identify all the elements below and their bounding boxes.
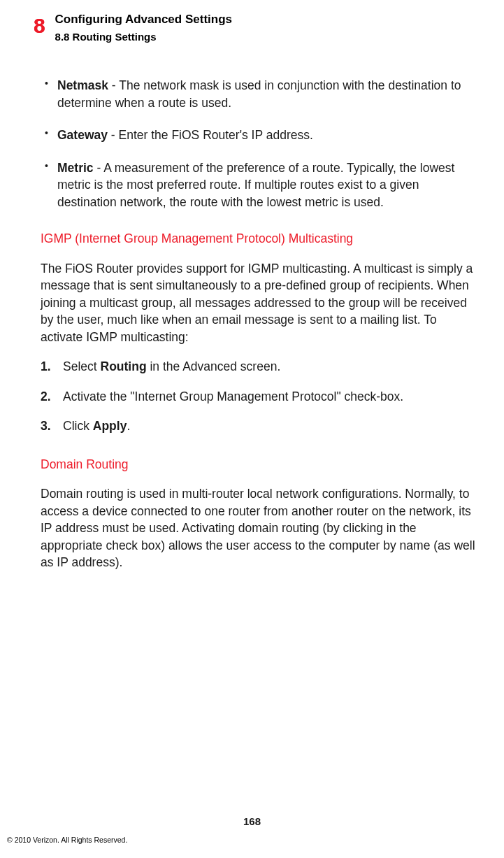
chapter-number: 8 (34, 14, 45, 37)
section-heading-domain-routing: Domain Routing (41, 456, 480, 473)
term: Gateway (57, 128, 108, 142)
list-item: Netmask - The network mask is used in co… (41, 77, 480, 111)
step-text-post: in the Advanced screen. (147, 359, 281, 373)
term-desc: - The network mask is used in conjunctio… (57, 78, 461, 110)
section-title: 8.8 Routing Settings (55, 29, 232, 44)
step-item: 3. Click Apply. (41, 417, 480, 435)
list-item: Gateway - Enter the FiOS Router's IP add… (41, 127, 480, 144)
definition-list: Netmask - The network mask is used in co… (41, 77, 480, 210)
term: Netmask (57, 78, 108, 92)
page-number: 168 (0, 814, 504, 829)
igmp-intro: The FiOS Router provides support for IGM… (41, 260, 480, 346)
page-header: 8 Configuring Advanced Settings 8.8 Rout… (34, 11, 232, 45)
step-number: 1. (41, 358, 51, 376)
section-heading-igmp: IGMP (Internet Group Management Protocol… (41, 230, 480, 248)
list-item: Metric - A measurement of the preference… (41, 159, 480, 211)
step-number: 3. (41, 417, 51, 435)
step-text-post: . (127, 419, 130, 433)
step-number: 2. (41, 388, 51, 406)
domain-routing-body: Domain routing is used in multi-router l… (41, 485, 480, 571)
step-text-pre: Activate the "Internet Group Management … (63, 389, 403, 403)
term-desc: - Enter the FiOS Router's IP address. (108, 128, 313, 142)
step-item: 1. Select Routing in the Advanced screen… (41, 358, 480, 376)
step-text-pre: Select (63, 359, 101, 373)
chapter-number-icon: 8 (34, 8, 45, 42)
step-text-bold: Apply (93, 419, 127, 433)
step-text-bold: Routing (101, 359, 147, 373)
chapter-title: Configuring Advanced Settings (55, 11, 232, 28)
term-desc: - A measurement of the preference of a r… (57, 161, 454, 209)
igmp-steps: 1. Select Routing in the Advanced screen… (41, 358, 480, 435)
page-content: Netmask - The network mask is used in co… (41, 77, 480, 582)
step-item: 2. Activate the "Internet Group Manageme… (41, 388, 480, 406)
chapter-title-block: Configuring Advanced Settings 8.8 Routin… (55, 11, 232, 44)
term: Metric (57, 161, 94, 175)
copyright: © 2010 Verizon. All Rights Reserved. (7, 835, 127, 845)
step-text-pre: Click (63, 419, 93, 433)
